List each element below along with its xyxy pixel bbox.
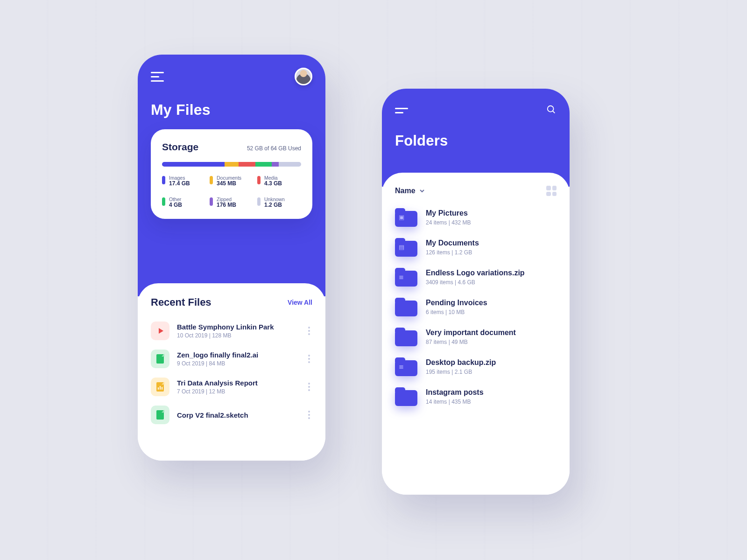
folder-row[interactable]: ▤My Documents126 items | 1.2 GB — [395, 232, 557, 262]
bar-segment-documents — [225, 162, 239, 167]
folder-icon: ≣ — [395, 268, 417, 287]
folder-subtext: 14 items | 435 MB — [426, 399, 557, 405]
file-name: Corp V2 final2.sketch — [177, 411, 298, 419]
folder-name: Endless Logo variations.zip — [426, 269, 557, 277]
folder-name: Instagram posts — [426, 388, 557, 397]
bar-segment-zipped — [272, 162, 279, 167]
grid-view-icon[interactable] — [546, 186, 557, 196]
legend-unknown: Unknown1.2 GB — [257, 196, 301, 209]
more-icon[interactable] — [306, 383, 312, 391]
avatar[interactable] — [295, 68, 312, 85]
folder-subtext: 3409 items | 4.6 GB — [426, 279, 557, 286]
legend-color — [257, 176, 261, 184]
folder-icon — [395, 328, 417, 346]
menu-icon[interactable] — [395, 108, 409, 114]
folder-row[interactable]: Pending Invoices6 items | 10 MB — [395, 292, 557, 322]
folder-subtext: 24 items | 432 MB — [426, 219, 557, 226]
file-row[interactable]: Tri Data Analysis Report7 Oct 2019 | 12 … — [151, 373, 312, 401]
folder-subtext: 87 items | 49 MB — [426, 339, 557, 345]
recent-sheet: Recent Files View All Battle Symphony Li… — [138, 283, 325, 461]
view-all-link[interactable]: View All — [288, 299, 312, 306]
folder-row[interactable]: ▣My Pictures24 items | 432 MB — [395, 203, 557, 232]
legend-images: Images17.4 GB — [162, 175, 206, 187]
folder-name: My Documents — [426, 239, 557, 247]
legend-color — [162, 176, 165, 184]
file-row[interactable]: Zen_logo finally final2.ai9 Oct 2019 | 8… — [151, 345, 312, 373]
storage-bar — [162, 162, 301, 167]
folder-row[interactable]: Very important document87 items | 49 MB — [395, 322, 557, 352]
file-type-icon — [151, 322, 169, 340]
folder-icon: ▣ — [395, 208, 417, 227]
legend-documents: Documents345 MB — [210, 175, 254, 187]
phone-my-files: My Files Storage 52 GB of 64 GB Used Ima… — [138, 55, 325, 461]
legend-value: 17.4 GB — [169, 181, 190, 187]
menu-icon[interactable] — [151, 72, 165, 81]
file-subtext: 10 Oct 2019 | 128 MB — [177, 332, 298, 339]
folder-row[interactable]: ≣Desktop backup.zip195 items | 2.1 GB — [395, 352, 557, 382]
bar-segment-other — [255, 162, 272, 167]
legend-value: 1.2 GB — [264, 202, 285, 209]
storage-summary: 52 GB of 64 GB Used — [247, 145, 301, 152]
file-subtext: 9 Oct 2019 | 84 MB — [177, 360, 298, 367]
legend-media: Media4.3 GB — [257, 175, 301, 187]
legend-value: 176 MB — [217, 202, 236, 209]
folder-row[interactable]: Instagram posts14 items | 435 MB — [395, 382, 557, 412]
storage-heading: Storage — [162, 141, 198, 153]
bar-segment-media — [239, 162, 255, 167]
file-type-icon — [151, 350, 169, 368]
folder-subtext: 195 items | 2.1 GB — [426, 369, 557, 375]
sort-button[interactable]: Name — [395, 187, 425, 195]
legend-zipped: Zipped176 MB — [210, 196, 254, 209]
storage-card: Storage 52 GB of 64 GB Used Images17.4 G… — [151, 129, 312, 219]
hero: Folders — [382, 89, 570, 187]
folder-icon — [395, 387, 417, 406]
folder-subtext: 6 items | 10 MB — [426, 309, 557, 315]
legend-color — [210, 197, 213, 206]
recent-heading: Recent Files — [151, 296, 211, 308]
search-icon[interactable] — [546, 105, 557, 117]
file-name: Zen_logo finally final2.ai — [177, 351, 298, 359]
legend-color — [162, 197, 165, 206]
file-subtext: 7 Oct 2019 | 12 MB — [177, 388, 298, 395]
file-row[interactable]: Corp V2 final2.sketch — [151, 401, 312, 429]
svg-line-1 — [553, 111, 555, 113]
legend-color — [210, 176, 213, 184]
svg-point-0 — [548, 106, 554, 112]
folder-name: Desktop backup.zip — [426, 358, 557, 367]
more-icon[interactable] — [306, 355, 312, 363]
legend-other: Other4 GB — [162, 196, 206, 209]
file-name: Battle Symphony Linkin Park — [177, 323, 298, 331]
chevron-down-icon — [419, 188, 425, 194]
legend-value: 4.3 GB — [264, 181, 282, 187]
folders-sheet: Name ▣My Pictures24 items | 432 MB▤My Do… — [382, 173, 570, 495]
folder-name: Very important document — [426, 329, 557, 337]
page-title: Folders — [395, 133, 557, 149]
page-title: My Files — [151, 101, 312, 119]
file-type-icon — [151, 378, 169, 396]
bar-segment-unknown — [279, 162, 301, 167]
folder-icon — [395, 298, 417, 316]
hero: My Files Storage 52 GB of 64 GB Used Ima… — [138, 55, 325, 296]
more-icon[interactable] — [306, 327, 312, 335]
file-row[interactable]: Battle Symphony Linkin Park10 Oct 2019 |… — [151, 317, 312, 345]
folder-icon: ≣ — [395, 357, 417, 376]
more-icon[interactable] — [306, 411, 312, 419]
phone-folders: Folders Name ▣My Pictures24 items | 432 … — [382, 89, 570, 495]
folder-subtext: 126 items | 1.2 GB — [426, 249, 557, 256]
folder-icon: ▤ — [395, 238, 417, 257]
file-type-icon — [151, 406, 169, 424]
folder-name: My Pictures — [426, 209, 557, 217]
file-name: Tri Data Analysis Report — [177, 379, 298, 387]
folder-row[interactable]: ≣Endless Logo variations.zip3409 items |… — [395, 262, 557, 292]
bar-segment-images — [162, 162, 225, 167]
sort-label: Name — [395, 187, 416, 195]
folder-name: Pending Invoices — [426, 299, 557, 307]
legend-value: 345 MB — [217, 181, 241, 187]
legend-color — [257, 197, 261, 206]
legend-value: 4 GB — [169, 202, 182, 209]
